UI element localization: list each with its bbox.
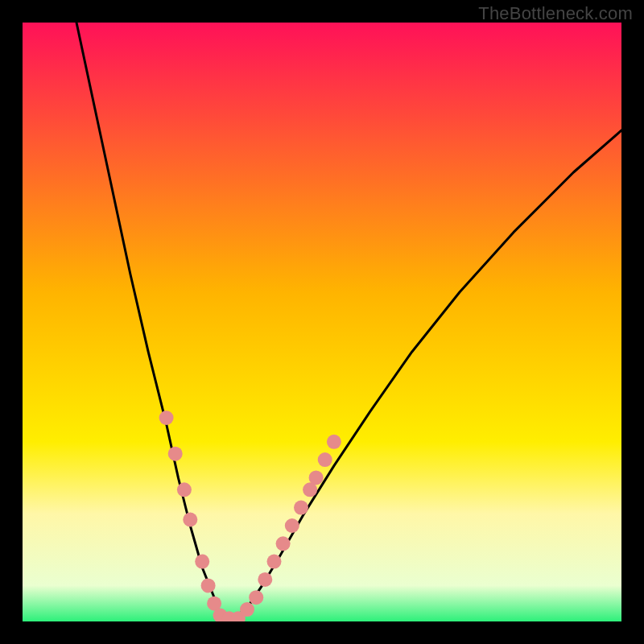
highlight-dot (276, 536, 291, 551)
highlight-dot (309, 470, 324, 485)
highlight-dot (240, 602, 254, 617)
highlight-dot (267, 555, 282, 569)
bottleneck-chart (23, 23, 621, 621)
highlight-dot (159, 411, 174, 425)
highlight-dot (249, 590, 263, 605)
plot-area (23, 23, 621, 621)
chart-frame: TheBottleneck.com (0, 0, 644, 644)
highlight-dot (318, 452, 332, 467)
gradient-background (23, 23, 621, 621)
watermark-text: TheBottleneck.com (478, 3, 633, 24)
highlight-dot (327, 435, 341, 449)
highlight-dot (168, 447, 183, 461)
highlight-dot (195, 555, 209, 569)
highlight-dot (177, 482, 192, 497)
highlight-dot (294, 501, 308, 515)
highlight-dot (201, 578, 216, 592)
highlight-dot (183, 513, 197, 527)
highlight-dot (258, 572, 272, 587)
highlight-dot (285, 518, 299, 533)
